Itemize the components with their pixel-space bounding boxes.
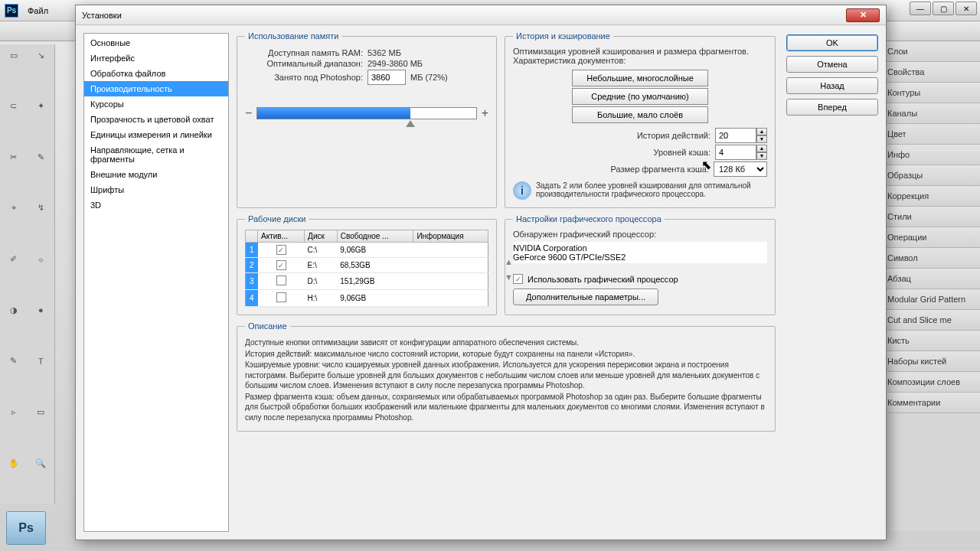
tool-icon[interactable]: ↘: [28, 44, 55, 66]
panel-tab[interactable]: Свойства: [881, 62, 980, 83]
panel-tab[interactable]: Cut and Slice me: [881, 310, 980, 331]
panel-tab[interactable]: Наборы кистей: [881, 351, 980, 372]
cache-tile-select[interactable]: 128 Кб: [714, 161, 767, 177]
panel-tab[interactable]: Композиции слоев: [881, 372, 980, 393]
panel-tab[interactable]: Образцы: [881, 165, 980, 186]
tool-icon[interactable]: ✦: [28, 96, 55, 117]
tool-icon[interactable]: ⟐: [28, 249, 55, 270]
col-active[interactable]: Актив...: [258, 230, 305, 243]
panel-tab[interactable]: Коррекция: [881, 186, 980, 207]
tool-icon[interactable]: ▭: [0, 44, 28, 66]
dialog-close-button[interactable]: ✕: [846, 8, 880, 22]
prev-button[interactable]: Назад: [786, 77, 878, 94]
tool-icon[interactable]: ↯: [28, 197, 55, 219]
panel-tab[interactable]: Стили: [881, 207, 980, 227]
available-ram-value: 5362 МБ: [368, 48, 401, 57]
category-item[interactable]: Курсоры: [84, 96, 228, 112]
history-states-input[interactable]: [715, 128, 756, 143]
memory-legend: Использование памяти: [245, 31, 341, 41]
category-item[interactable]: Обработка файлов: [84, 66, 228, 81]
minimize-button[interactable]: —: [910, 2, 931, 15]
panel-tab[interactable]: Инфо: [881, 145, 980, 165]
tool-icon[interactable]: ✂: [0, 146, 28, 168]
panel-tab[interactable]: Контуры: [881, 83, 980, 103]
slider-plus[interactable]: +: [482, 106, 488, 120]
menu-file[interactable]: Файл: [28, 6, 48, 15]
panel-tab[interactable]: Modular Grid Pattern: [881, 289, 980, 310]
scratch-disks-fieldset: Рабочие диски Актив... Диск Свободное ..…: [237, 214, 497, 315]
close-button[interactable]: ✕: [956, 2, 977, 15]
used-suffix: МБ (72%): [410, 73, 448, 82]
disk-active-checkbox[interactable]: ✓: [276, 245, 286, 255]
tool-icon[interactable]: ⊂: [0, 96, 28, 117]
tool-icon[interactable]: ✋: [0, 452, 28, 474]
panel-tab[interactable]: Каналы: [881, 103, 980, 124]
cancel-button[interactable]: Отмена: [786, 56, 878, 73]
cache-levels-input[interactable]: [715, 145, 756, 160]
category-item[interactable]: Прозрачность и цветовой охват: [84, 112, 228, 127]
taskbar-ps-icon[interactable]: Ps: [6, 511, 46, 545]
panel-tab[interactable]: Цвет: [881, 124, 980, 145]
table-row[interactable]: 1✓C:\9,06GB: [246, 243, 488, 258]
cache-tile-label: Размер фрагмента кэша:: [610, 165, 709, 174]
col-info[interactable]: Информация: [413, 230, 488, 243]
panel-tab[interactable]: Слои: [881, 41, 980, 62]
table-row[interactable]: 3D:\151,29GB: [246, 273, 488, 290]
spin-down[interactable]: ▼: [756, 152, 767, 160]
history-states-label: История действий:: [637, 131, 710, 140]
tool-icon[interactable]: ✎: [0, 350, 28, 372]
spin-down[interactable]: ▼: [756, 135, 767, 143]
preset-big-flat-button[interactable]: Большие, мало слоёв: [572, 106, 708, 123]
dialog-titlebar: Установки ✕: [76, 5, 886, 25]
disk-active-checkbox[interactable]: [276, 292, 286, 302]
tool-icon[interactable]: ▭: [28, 402, 55, 423]
col-disk[interactable]: Диск: [305, 230, 338, 243]
gpu-device: GeForce 9600 GT/PCIe/SSE2: [513, 253, 767, 262]
category-item[interactable]: Внешние модули: [84, 167, 228, 182]
table-row[interactable]: 2✓E:\68,53GB: [246, 258, 488, 273]
memory-used-input[interactable]: [368, 70, 406, 85]
panel-tab[interactable]: Абзац: [881, 269, 980, 289]
panel-tab[interactable]: Операции: [881, 227, 980, 248]
tool-icon[interactable]: T: [28, 350, 55, 372]
preset-tall-thin-button[interactable]: Небольшие, многослойные: [572, 70, 708, 86]
tool-icon[interactable]: ⌖: [0, 197, 28, 219]
gpu-advanced-button[interactable]: Дополнительные параметры...: [513, 289, 658, 305]
category-item[interactable]: Интерфейс: [84, 51, 228, 66]
maximize-button[interactable]: ▢: [933, 2, 954, 15]
category-item[interactable]: 3D: [84, 197, 228, 213]
tool-icon[interactable]: ✎: [28, 146, 55, 168]
disk-active-checkbox[interactable]: ✓: [276, 260, 286, 270]
tool-icon[interactable]: ✐: [0, 249, 28, 270]
memory-slider[interactable]: [256, 107, 476, 119]
table-row[interactable]: 4H:\9,06GB: [246, 290, 488, 307]
tool-icon[interactable]: ▹: [0, 402, 28, 423]
gpu-legend: Настройки графического процессора: [513, 214, 665, 223]
description-legend: Описание: [245, 321, 290, 331]
next-button[interactable]: Вперед: [786, 99, 878, 116]
panel-tab[interactable]: Кисть: [881, 331, 980, 351]
panel-tab[interactable]: Комментарии: [881, 393, 980, 413]
slider-minus[interactable]: −: [245, 106, 252, 120]
category-item[interactable]: Производительность: [84, 81, 228, 96]
preset-default-button[interactable]: Средние (по умолчанию): [572, 88, 708, 105]
category-item[interactable]: Единицы измерения и линейки: [84, 127, 228, 142]
tool-icon[interactable]: ◑: [0, 299, 28, 321]
use-gpu-checkbox[interactable]: ✓: [513, 274, 523, 284]
disk-active-checkbox[interactable]: [276, 276, 286, 285]
gpu-vendor: NVIDIA Corporation: [513, 243, 767, 253]
category-item[interactable]: Основные: [84, 35, 228, 51]
tool-icon[interactable]: ●: [28, 299, 55, 321]
category-item[interactable]: Шрифты: [84, 182, 228, 197]
ok-button[interactable]: OK: [786, 34, 878, 51]
gpu-detected-label: Обнаружен графический процессор:: [513, 230, 767, 239]
spin-up[interactable]: ▲: [756, 128, 767, 135]
desc-p2: История действий: максимальное число сос…: [245, 349, 767, 360]
category-item[interactable]: Направляющие, сетка и фрагменты: [84, 142, 228, 167]
panel-tab[interactable]: Символ: [881, 248, 980, 269]
ideal-range-label: Оптимальный диапазон:: [245, 59, 363, 68]
spin-up[interactable]: ▲: [756, 145, 767, 152]
cache-tip: Задать 2 или более уровней кэширования д…: [536, 181, 767, 198]
tool-icon[interactable]: 🔍: [28, 452, 55, 474]
col-free[interactable]: Свободное ...: [337, 230, 413, 243]
